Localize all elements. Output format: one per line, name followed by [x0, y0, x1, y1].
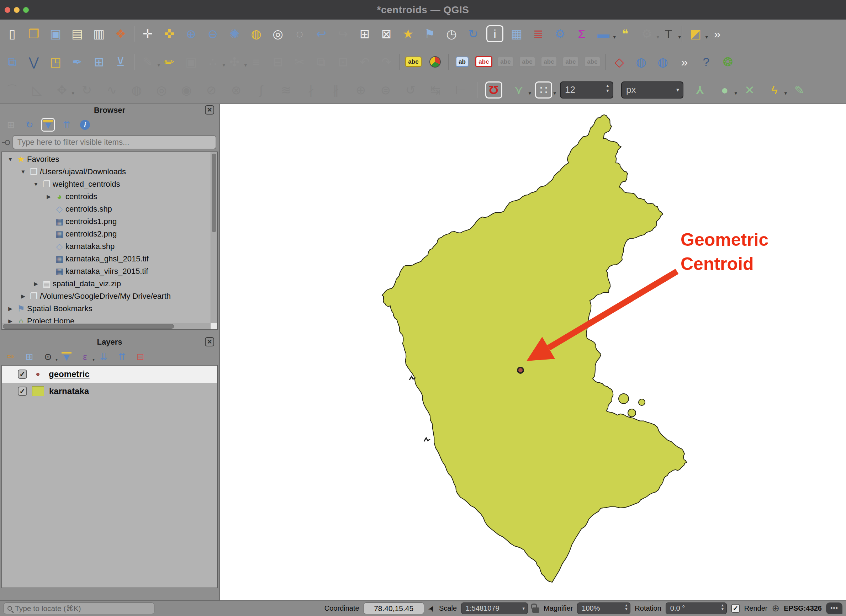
add-selected-layers-icon[interactable]: ⊞ — [4, 118, 18, 132]
style-manager-icon[interactable]: ❖ — [112, 25, 129, 43]
refresh-browser-icon[interactable]: ↻ — [23, 118, 36, 132]
tree-expander-icon[interactable]: ▶ — [6, 305, 15, 312]
filter-legend-icon[interactable]: ▼ — [60, 350, 73, 364]
layer-visibility-checkbox[interactable]: ✓ — [18, 387, 27, 396]
snapping-tolerance-spinbox[interactable]: 12▲▼ — [560, 81, 613, 98]
close-window-button[interactable] — [4, 7, 10, 13]
pan-map-icon[interactable]: ✛ — [139, 25, 156, 43]
tree-item-spatial-data-viz-zip[interactable]: ▶▤spatial_data_viz.zip — [2, 277, 210, 290]
new-print-layout-icon[interactable]: ▤ — [69, 25, 86, 43]
render-checkbox[interactable]: ✓ — [731, 604, 740, 613]
toggle-editing-icon[interactable]: ✏ — [161, 53, 178, 70]
browser-close-icon[interactable]: ✕ — [205, 105, 214, 114]
filter-by-expression-icon[interactable]: ε▾ — [78, 350, 92, 364]
snap-on-intersection-icon[interactable]: ✕ — [741, 81, 758, 98]
help-contents-icon[interactable]: ? — [698, 53, 715, 70]
crs-globe-icon[interactable]: ⊕ — [772, 603, 780, 614]
snapping-units-combobox[interactable]: px▾ — [621, 81, 683, 98]
layer-labeling-icon[interactable]: abc — [405, 53, 422, 70]
toolbar-overflow-icon[interactable]: » — [709, 25, 726, 43]
map-tips-icon[interactable]: ❝ — [617, 25, 634, 43]
spinner-arrows-icon[interactable]: ▲▼ — [605, 84, 610, 93]
tree-item-centroids1-png[interactable]: ▦centroids1.png — [2, 215, 210, 227]
manage-map-themes-icon[interactable]: ⊙▾ — [41, 350, 55, 364]
map-canvas[interactable]: GeometricCentroid — [219, 104, 846, 600]
dropdown-arrow-icon[interactable]: ▾ — [93, 357, 95, 362]
zoom-out-icon[interactable]: ⊖ — [204, 25, 221, 43]
open-project-icon[interactable]: ❐ — [25, 25, 42, 43]
highlight-pinned-labels-icon[interactable]: abc — [475, 53, 492, 70]
magnifier-spinbox[interactable]: 100% ▲▼ — [577, 603, 630, 614]
properties-info-icon[interactable]: i — [78, 118, 92, 132]
maximize-window-button[interactable] — [23, 7, 29, 13]
open-layer-styling-icon[interactable]: ✑ — [4, 350, 18, 364]
chevron-down-icon[interactable]: ▾ — [676, 87, 679, 93]
layer-row-geometric[interactable]: ✓geometric — [2, 366, 217, 383]
tree-item-centroids-shp[interactable]: ◇centroids.shp — [2, 203, 210, 215]
new-shapefile-layer-icon[interactable]: ⊻ — [112, 53, 129, 70]
zoom-in-icon[interactable]: ⊕ — [182, 25, 200, 43]
show-spatial-bookmarks-icon[interactable]: ⚑ — [421, 25, 438, 43]
tree-item-weighted-centroids[interactable]: ▼❐weighted_centroids — [2, 178, 210, 190]
tree-item-karnataka-shp[interactable]: ◇karnataka.shp — [2, 240, 210, 252]
add-mesh-layer-icon[interactable]: ✒ — [69, 53, 86, 70]
tree-expander-icon[interactable]: ▼ — [6, 156, 15, 162]
dropdown-arrow-icon[interactable]: ▾ — [705, 34, 708, 40]
select-features-icon[interactable]: ◩▾ — [687, 25, 704, 43]
zoom-to-layer-icon[interactable]: ◍ — [248, 25, 265, 43]
pin-labels-icon[interactable]: ab — [454, 53, 471, 70]
dropdown-arrow-icon[interactable]: ▾ — [657, 34, 659, 40]
minimize-window-button[interactable] — [14, 7, 19, 13]
dropdown-arrow-icon[interactable]: ▾ — [528, 90, 531, 96]
coordinate-field[interactable]: 78.40,15.45 — [364, 603, 424, 614]
avoid-overlap-icon[interactable]: ●▾ — [716, 81, 733, 98]
expand-all-icon[interactable]: ⇊ — [97, 350, 110, 364]
remove-layer-icon[interactable]: ⊟ — [134, 350, 147, 364]
add-delimited-text-layer-icon[interactable]: ⊞ — [90, 53, 107, 70]
layer-row-karnataka[interactable]: ✓karnataka — [2, 383, 217, 400]
browser-horizontal-scrollbar[interactable] — [2, 323, 211, 329]
dropdown-arrow-icon[interactable]: ▾ — [56, 357, 58, 362]
show-layout-manager-icon[interactable]: ▥ — [90, 25, 107, 43]
crs-status[interactable]: EPSG:4326 — [784, 604, 822, 612]
digitize-with-curve-icon[interactable]: ✎ — [791, 81, 808, 98]
locator-search[interactable] — [4, 603, 154, 614]
new-map-view-icon[interactable]: ⊞ — [356, 25, 373, 43]
layer-diagram-icon[interactable] — [427, 53, 444, 70]
layer-name[interactable]: geometric — [49, 369, 90, 379]
measure-line-icon[interactable]: ▬▾ — [595, 25, 612, 43]
snap-on-all-layers-icon[interactable]: ∷▾ — [535, 81, 552, 98]
scrollbar-thumb[interactable] — [212, 154, 216, 232]
zoom-to-selection-icon[interactable]: ◎ — [269, 25, 286, 43]
layer-name[interactable]: karnataka — [49, 386, 89, 396]
browser-vertical-scrollbar[interactable] — [211, 152, 217, 323]
dropdown-arrow-icon[interactable]: ▾ — [72, 90, 74, 96]
tree-expander-icon[interactable]: ▶ — [44, 194, 53, 200]
snapping-mode-icon[interactable]: ⋎▾ — [510, 81, 527, 98]
tree-expander-icon[interactable]: ▶ — [31, 281, 41, 287]
scrollbar-thumb[interactable] — [3, 324, 174, 329]
zoom-full-extent-icon[interactable]: ✺ — [226, 25, 243, 43]
data-source-manager-icon[interactable]: ⧉ — [4, 53, 21, 70]
osm-place-search-icon[interactable]: ❂ — [719, 53, 736, 70]
add-group-icon[interactable]: ⊞ — [23, 350, 36, 364]
spinner-arrows-icon[interactable]: ▲▼ — [721, 604, 724, 611]
new-3d-map-view-icon[interactable]: ⊠ — [378, 25, 395, 43]
enable-tracing-icon[interactable]: ϟ▾ — [766, 81, 783, 98]
refresh-map-icon[interactable]: ↻ — [465, 25, 482, 43]
tree-item--volumes-googledrive-my-drive-earth[interactable]: ▶❐/Volumes/GoogleDrive/My Drive/earth — [2, 290, 210, 302]
coordinate-extent-toggle-icon[interactable]: ➤ — [426, 603, 437, 613]
scale-combobox[interactable]: 1:5481079 ▾ — [461, 603, 528, 614]
lock-scale-icon[interactable] — [532, 607, 539, 613]
dropdown-arrow-icon[interactable]: ▾ — [157, 62, 160, 67]
collapse-all-layers-icon[interactable]: ⇈ — [115, 350, 129, 364]
locator-input[interactable] — [15, 604, 150, 613]
dropdown-arrow-icon[interactable]: ▾ — [222, 62, 225, 67]
field-calculator-icon[interactable]: ≣ — [530, 25, 547, 43]
zoom-last-icon[interactable]: ↩ — [313, 25, 330, 43]
statistical-summary-icon[interactable]: Σ — [573, 25, 590, 43]
show-unplaced-labels-icon[interactable]: ◇ — [611, 53, 628, 70]
rotation-spinbox[interactable]: 0.0 ° ▲▼ — [665, 603, 727, 614]
topological-editing-icon[interactable]: Y — [691, 81, 708, 98]
tree-item-karnataka-ghsl-2015-tif[interactable]: ▦karnataka_ghsl_2015.tif — [2, 252, 210, 265]
